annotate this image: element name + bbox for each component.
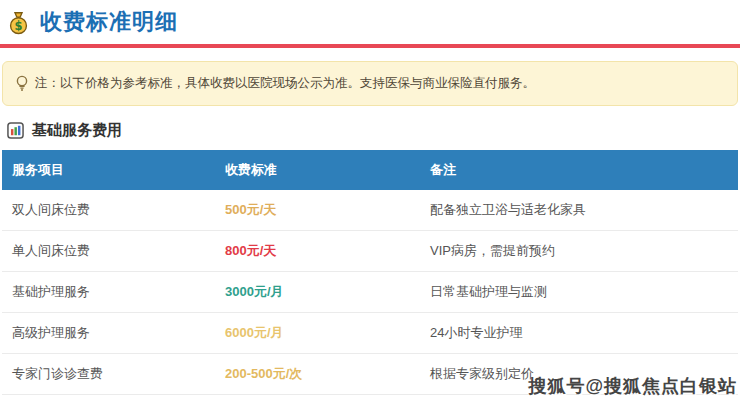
remark-cell: 配备独立卫浴与适老化家具	[420, 190, 738, 231]
table-header-row: 服务项目 收费标准 备注	[2, 150, 738, 190]
remark-cell: 24小时专业护理	[420, 313, 738, 354]
section-title-label: 基础服务费用	[32, 121, 122, 140]
table-row: 双人间床位费 500元/天 配备独立卫浴与适老化家具	[2, 190, 738, 231]
price-cell: 500元/天	[215, 190, 420, 231]
note-text: 注：以下价格为参考标准，具体收费以医院现场公示为准。支持医保与商业保险直付服务。	[35, 75, 535, 91]
page-header: $ 收费标准明细	[0, 0, 740, 37]
table-row: 高级护理服务 6000元/月 24小时专业护理	[2, 313, 738, 354]
service-item-cell: 基础护理服务	[2, 272, 215, 313]
column-header-fee-standard: 收费标准	[215, 150, 420, 190]
section-title: 基础服务费用	[7, 121, 740, 140]
bar-chart-icon	[7, 122, 24, 139]
service-item-cell: 专家门诊诊查费	[2, 354, 215, 395]
remark-cell: 日常基础护理与监测	[420, 272, 738, 313]
table-row: 单人间床位费 800元/天 VIP病房，需提前预约	[2, 231, 738, 272]
title-underline	[0, 44, 740, 48]
watermark: 搜狐号@搜狐焦点白银站	[528, 374, 737, 398]
svg-text:$: $	[15, 18, 23, 32]
column-header-remark: 备注	[420, 150, 738, 190]
money-bag-icon: $	[6, 10, 31, 35]
price-cell: 3000元/月	[215, 272, 420, 313]
note-box: 注：以下价格为参考标准，具体收费以医院现场公示为准。支持医保与商业保险直付服务。	[2, 61, 738, 106]
column-header-service-item: 服务项目	[2, 150, 215, 190]
service-item-cell: 普通门诊诊查费	[2, 395, 215, 402]
service-item-cell: 单人间床位费	[2, 231, 215, 272]
remark-cell: VIP病房，需提前预约	[420, 231, 738, 272]
price-cell: 6000元/月	[215, 313, 420, 354]
price-cell: 800元/天	[215, 231, 420, 272]
fee-schedule-page: $ 收费标准明细 注：以下价格为参考标准，具体收费以医院现场公示为准。支持医保与…	[0, 0, 740, 402]
price-cell: 50-100元/次	[215, 395, 420, 402]
service-item-cell: 高级护理服务	[2, 313, 215, 354]
service-item-cell: 双人间床位费	[2, 190, 215, 231]
fee-table: 服务项目 收费标准 备注 双人间床位费 500元/天 配备独立卫浴与适老化家具 …	[2, 150, 738, 402]
table-row: 基础护理服务 3000元/月 日常基础护理与监测	[2, 272, 738, 313]
price-cell: 200-500元/次	[215, 354, 420, 395]
page-title: 收费标准明细	[40, 7, 178, 37]
light-bulb-icon	[15, 75, 29, 92]
